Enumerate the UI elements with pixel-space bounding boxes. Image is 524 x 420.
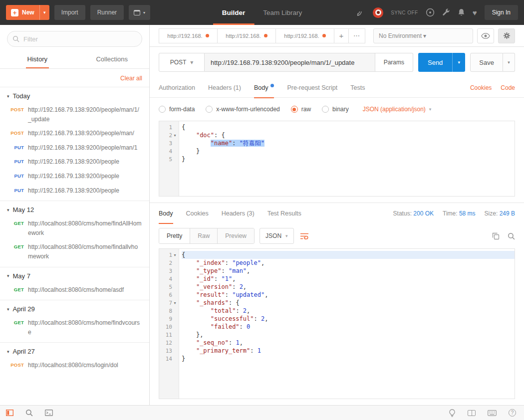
capture-requests-icon[interactable] [356,8,365,16]
request-tab-2[interactable]: http://192.168. [217,28,276,43]
code-line[interactable]: "_seq_no": 1, [182,339,515,347]
clear-all-link[interactable]: Clear all [120,75,142,82]
history-group-header[interactable]: ▾May 12 [0,201,149,216]
globe-icon[interactable] [426,8,435,17]
environment-preview-button[interactable] [477,28,494,43]
console-button[interactable] [45,410,53,416]
copy-response-button[interactable] [492,232,500,240]
content-type-select[interactable]: JSON (application/json) ▾ [363,106,432,113]
tips-button[interactable] [449,409,456,417]
code-fold-icon[interactable]: ▾ [172,301,178,305]
bell-icon[interactable] [458,8,465,16]
runner-button[interactable]: Runner [90,5,124,20]
history-item[interactable]: PUThttp://192.168.79.138:9200/people [0,155,149,169]
history-item[interactable]: GEThttp://localhost:8080/cms/home/findal… [0,240,149,263]
code-line[interactable]: "_id": "1", [182,275,515,283]
request-body-editor[interactable]: 12▾345 { "doc": { "name": "符嘉阳" }} [159,121,515,197]
tab-response-body[interactable]: Body [159,204,173,223]
shortcuts-button[interactable] [488,410,497,416]
tab-response-cookies[interactable]: Cookies [186,204,209,223]
import-button[interactable]: Import [54,5,85,20]
code-line[interactable]: } [182,355,515,363]
history-group-header[interactable]: ▾April 27 [0,343,149,358]
tab-builder[interactable]: Builder [213,0,255,25]
request-tab-3[interactable]: http://192.168. [275,28,334,43]
code-line[interactable]: "name": "符嘉阳" [182,139,515,147]
history-item[interactable]: POSThttp://192.168.79.138:9200/people/ma… [0,126,149,141]
history-item[interactable]: PUThttp://192.168.79.138:9200/people [0,184,149,198]
history-group-header[interactable]: ▾Today [0,87,149,103]
interceptor-target-icon[interactable] [373,7,383,18]
code-line[interactable]: "total": 2, [182,307,515,315]
heart-icon[interactable]: ♥ [473,8,477,17]
save-dropdown-caret[interactable]: ▾ [503,53,515,72]
workspace-button[interactable]: ▾ [129,5,150,20]
editor-code-area[interactable]: { "doc": { "name": "符嘉阳" }} [179,121,515,196]
history-item[interactable]: POSThttp://192.168.79.138:9200/people/ma… [0,103,149,126]
more-tabs-button[interactable]: ⋯ [348,28,365,43]
response-format-select[interactable]: JSON ▾ [260,228,294,244]
view-preview-button[interactable]: Preview [218,228,254,243]
history-item[interactable]: GEThttp://localhost:8080/cms/home/findAl… [0,216,149,240]
params-button[interactable]: Params [375,53,413,72]
tab-history[interactable]: History [0,51,75,68]
code-line[interactable]: { [182,251,515,259]
tab-pre-request-script[interactable]: Pre-request Script [287,78,337,98]
tab-team-library[interactable]: Team Library [254,0,311,25]
code-line[interactable]: "result": "updated", [182,291,515,299]
filter-input[interactable] [7,31,142,47]
code-line[interactable]: "doc": { [182,131,515,139]
tab-authorization[interactable]: Authorization [159,78,195,98]
tab-test-results[interactable]: Test Results [267,204,301,223]
code-line[interactable]: "failed": 0 [182,323,515,331]
view-pretty-button[interactable]: Pretty [159,228,190,243]
new-tab-button[interactable]: + [334,28,349,43]
help-button[interactable]: ? [509,409,516,417]
code-line[interactable]: "_index": "people", [182,259,515,267]
body-type-urlencoded[interactable]: x-www-form-urlencoded [206,106,279,113]
code-line[interactable]: "_shards": { [182,299,515,307]
code-line[interactable]: } [182,155,515,163]
body-type-form-data[interactable]: form-data [159,106,195,113]
code-link[interactable]: Code [501,84,515,91]
code-line[interactable]: "_version": 2, [182,283,515,291]
cookies-link[interactable]: Cookies [470,84,492,91]
tab-headers[interactable]: Headers (1) [208,78,241,98]
code-fold-icon[interactable]: ▾ [172,133,178,138]
save-button[interactable]: Save [470,53,503,72]
code-line[interactable]: "_type": "man", [182,267,515,275]
code-line[interactable]: { [182,123,515,131]
wrap-lines-button[interactable] [300,232,309,240]
history-item[interactable]: POSThttp://localhost:8080/cms/login/dol [0,358,149,373]
view-raw-button[interactable]: Raw [190,228,218,243]
history-group-header[interactable]: ▾April 29 [0,300,149,316]
url-input[interactable] [205,53,375,72]
history-item[interactable]: PUThttp://192.168.79.138:9200/people/man… [0,141,149,155]
tab-tests[interactable]: Tests [350,78,365,98]
send-dropdown-caret[interactable]: ▾ [452,53,465,72]
editor-code-area[interactable]: { "_index": "people", "_type": "man", "_… [179,249,515,399]
code-fold-icon[interactable]: ▾ [172,253,178,257]
body-type-raw[interactable]: raw [291,106,311,113]
toggle-sidebar-button[interactable] [6,410,13,416]
code-line[interactable]: "_primary_term": 1 [182,347,515,355]
tab-collections[interactable]: Collections [75,51,150,68]
settings-button[interactable] [498,28,515,43]
body-type-binary[interactable]: binary [322,106,349,113]
history-item[interactable]: GEThttp://localhost:8080/cms/home/asdf [0,283,149,297]
sign-in-button[interactable]: Sign In [485,5,518,20]
tab-response-headers[interactable]: Headers (3) [222,204,255,223]
history-item[interactable]: GEThttp://localhost:8080/cms/home/findvc… [0,316,149,339]
tab-body[interactable]: Body [254,78,274,98]
new-button[interactable]: + New [6,5,39,20]
code-line[interactable]: }, [182,331,515,339]
new-dropdown-caret[interactable]: ▾ [39,5,49,20]
history-item[interactable]: PUThttp://192.168.79.138:9200/people [0,169,149,184]
two-pane-view-button[interactable] [468,410,476,416]
search-response-button[interactable] [508,232,515,240]
environment-select[interactable]: No Environment ▾ [373,28,473,43]
method-select[interactable]: POST ▾ [159,53,205,72]
wrench-icon[interactable] [442,8,450,16]
history-group-header[interactable]: ▾May 7 [0,267,149,283]
global-search-button[interactable] [25,409,33,417]
